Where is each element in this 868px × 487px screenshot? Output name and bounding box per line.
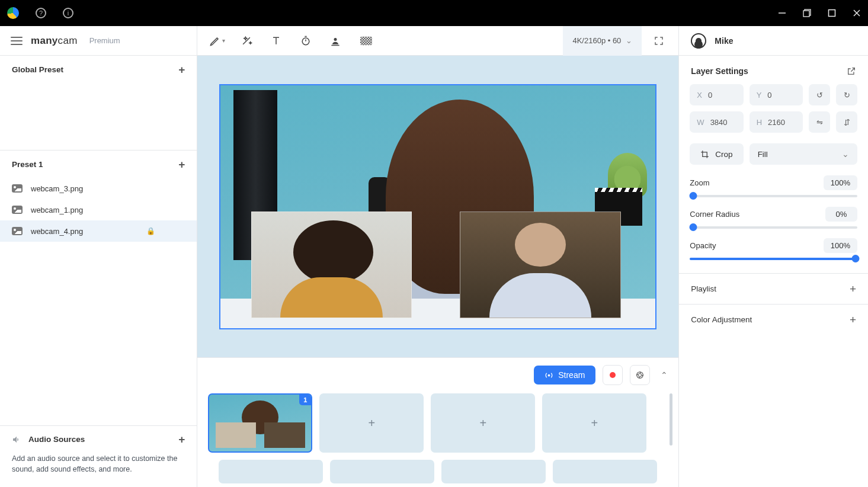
audio-sources-header: Audio Sources +	[0, 426, 197, 453]
global-preset-label: Global Preset	[12, 65, 63, 74]
flip-h-button[interactable]: ⇋	[809, 111, 830, 133]
center-area: ▾ 4K/2160p • 60 ⌄	[197, 26, 678, 487]
playlist-label: Playlist	[691, 284, 716, 293]
svg-rect-2	[803, 11, 809, 17]
preset-item-label: webcam_4.png	[31, 227, 83, 236]
fill-select[interactable]: Fill ⌄	[750, 143, 857, 165]
bottom-panel: Stream ⌃ 1 + + +	[197, 357, 678, 487]
add-preset-item-button[interactable]: +	[178, 159, 185, 170]
w-input[interactable]: W3840	[690, 111, 743, 133]
global-preset-header: Global Preset +	[0, 56, 197, 83]
opacity-value: 100%	[824, 238, 857, 253]
record-button[interactable]	[603, 365, 623, 385]
preset-slot-empty[interactable]: +	[542, 393, 646, 453]
layer-settings-title: Layer Settings	[691, 66, 748, 76]
flip-v-button[interactable]: ⇵	[836, 111, 857, 133]
chevron-down-icon: ⌄	[626, 36, 632, 45]
preset-slot-1[interactable]: 1	[208, 393, 312, 453]
image-icon	[12, 184, 23, 193]
svg-point-13	[637, 372, 643, 379]
fullscreen-button[interactable]	[646, 36, 671, 46]
preset-slot-empty[interactable]: +	[319, 393, 424, 453]
chroma-key-button[interactable]	[353, 30, 380, 52]
speaker-icon	[12, 435, 21, 444]
text-tool-button[interactable]	[264, 30, 289, 52]
chevron-down-icon: ⌄	[842, 149, 849, 159]
lower-third-button[interactable]	[323, 30, 348, 52]
crop-icon	[700, 150, 709, 159]
playlist-section[interactable]: Playlist +	[679, 273, 868, 304]
stream-button[interactable]: Stream	[534, 366, 595, 385]
broadcast-icon	[544, 371, 553, 380]
rotate-cw-button[interactable]: ↻	[836, 84, 857, 105]
close-button[interactable]	[853, 9, 861, 17]
audio-sources-label: Audio Sources	[28, 435, 85, 444]
opacity-label: Opacity	[690, 241, 716, 250]
opacity-slider[interactable]	[690, 258, 857, 260]
add-playlist-button[interactable]: +	[850, 283, 856, 294]
add-global-preset-button[interactable]: +	[178, 64, 185, 75]
preset-item-label: webcam_1.png	[31, 206, 83, 214]
stream-label: Stream	[558, 370, 585, 380]
y-input[interactable]: Y0	[750, 84, 803, 105]
crop-button[interactable]: Crop	[690, 143, 743, 165]
resolution-button[interactable]: 4K/2160p • 60 ⌄	[563, 26, 642, 56]
preset-name-label: Preset 1	[12, 160, 43, 169]
preset-slot-partial[interactable]	[441, 460, 546, 483]
popout-icon[interactable]	[847, 66, 856, 76]
preset-item[interactable]: webcam_1.png	[0, 199, 197, 220]
color-label: Color Adjustment	[691, 315, 752, 324]
snapshot-button[interactable]	[630, 365, 650, 385]
effects-tool-button[interactable]	[234, 30, 259, 52]
record-icon	[610, 372, 616, 378]
avatar-icon	[691, 33, 706, 49]
collapse-button[interactable]: ⌃	[661, 370, 668, 380]
overlay-video-1[interactable]	[251, 212, 412, 318]
image-icon	[12, 206, 23, 214]
restore-button[interactable]	[803, 9, 811, 17]
info-icon[interactable]: i	[63, 8, 73, 18]
preset-slot-partial[interactable]	[553, 460, 657, 483]
slot-badge: 1	[299, 395, 311, 405]
sidebar: manycam Premium Global Preset + Preset 1…	[0, 26, 197, 487]
preview-canvas[interactable]	[219, 84, 656, 329]
user-name: Mike	[715, 36, 733, 46]
zoom-slider[interactable]	[690, 195, 857, 197]
brand-row: manycam Premium	[0, 26, 197, 56]
menu-icon[interactable]	[11, 37, 23, 45]
corner-label: Corner Radius	[690, 210, 739, 219]
zoom-label: Zoom	[690, 178, 709, 187]
lock-icon: 🔒	[146, 227, 155, 235]
brand-name: manycam	[31, 35, 78, 47]
rotate-ccw-button[interactable]: ↺	[809, 84, 830, 105]
color-section[interactable]: Color Adjustment +	[679, 304, 868, 335]
toolbar: ▾ 4K/2160p • 60 ⌄	[197, 26, 678, 56]
h-input[interactable]: H2160	[750, 111, 803, 133]
overlay-video-2[interactable]	[460, 212, 621, 318]
x-input[interactable]: X0	[690, 84, 743, 105]
svg-point-12	[548, 374, 550, 376]
plan-label: Premium	[89, 36, 120, 45]
draw-tool-button[interactable]: ▾	[204, 30, 229, 52]
preset-item[interactable]: webcam_3.png	[0, 178, 197, 199]
svg-point-7	[334, 38, 337, 41]
maximize-button[interactable]	[828, 9, 836, 17]
audio-hint: Add an audio source and select it to cus…	[0, 453, 197, 476]
timer-tool-button[interactable]	[293, 30, 318, 52]
preset-slot-partial[interactable]	[330, 460, 434, 483]
preset-slot-partial[interactable]	[219, 460, 323, 483]
corner-slider[interactable]	[690, 226, 857, 229]
svg-rect-11	[360, 36, 372, 44]
preset-scrollbar[interactable]	[670, 393, 672, 446]
preset-slot-empty[interactable]: +	[431, 393, 535, 453]
minimize-button[interactable]	[778, 9, 786, 17]
preset-header: Preset 1 +	[0, 150, 197, 178]
right-panel: Mike Layer Settings X0 Y0 ↺ ↻ W3840 H216…	[678, 26, 868, 487]
preset-item-label: webcam_3.png	[31, 184, 83, 193]
zoom-value: 100%	[824, 175, 857, 190]
help-icon[interactable]: ?	[36, 8, 46, 18]
add-color-button[interactable]: +	[850, 314, 856, 325]
preset-item[interactable]: webcam_4.png 🔒	[0, 220, 197, 242]
add-audio-button[interactable]: +	[178, 434, 185, 445]
user-row[interactable]: Mike	[679, 26, 868, 56]
